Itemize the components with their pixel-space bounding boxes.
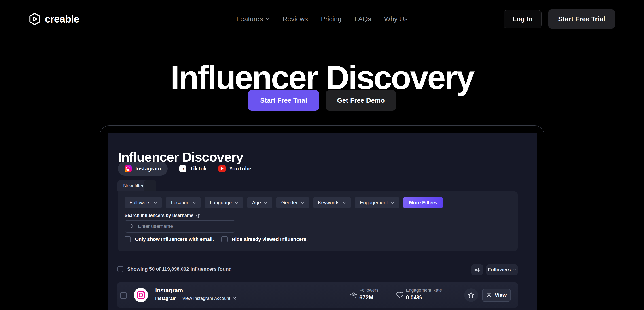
sort-by-dropdown[interactable]: Followers [486, 264, 518, 275]
chevron-down-icon [264, 202, 267, 204]
nav-link-features[interactable]: Features [236, 15, 270, 23]
chevron-down-icon [514, 269, 516, 271]
hero-get-free-demo-button[interactable]: Get Free Demo [326, 90, 396, 111]
sort-direction-button[interactable] [471, 264, 483, 275]
sort-by-value: Followers [488, 267, 511, 273]
view-eye-icon [486, 292, 492, 298]
influencer-username: instagram [155, 296, 177, 301]
filter-followers[interactable]: Followers [124, 197, 162, 208]
brand-logo[interactable]: creable [28, 12, 79, 26]
select-all-checkbox[interactable] [118, 266, 123, 272]
sort-icon [474, 267, 480, 272]
chevron-down-icon [342, 202, 346, 204]
followers-label: Followers [359, 288, 378, 293]
add-filter-tab-button[interactable]: + [144, 180, 156, 192]
app-preview-frame: Influencer Discovery Instagram ♪ TikTok [100, 126, 544, 310]
filter-location[interactable]: Location [166, 197, 201, 208]
favorite-star-button[interactable] [464, 288, 478, 302]
filter-gender[interactable]: Gender [276, 197, 309, 208]
tab-instagram[interactable]: Instagram [118, 162, 168, 176]
influencer-result-row[interactable]: Instagram instagram View Instagram Accou… [117, 282, 518, 308]
chevron-down-icon [301, 202, 304, 204]
hero-cta-group: Start Free Trial Get Free Demo [0, 90, 644, 111]
search-label: Search influencers by username [124, 213, 200, 218]
nav-link-pricing[interactable]: Pricing [321, 15, 342, 23]
viewed-checkbox-label: Hide already viewed Influencers. [232, 236, 308, 242]
nav-link-label: Reviews [283, 15, 308, 23]
results-summary-text: Showing 50 of 119,898,002 Influencers fo… [127, 266, 232, 272]
filter-language[interactable]: Language [205, 197, 243, 208]
tab-tiktok-label: TikTok [190, 166, 207, 172]
filter-label: Location [171, 200, 190, 206]
nav-link-label: Pricing [321, 15, 342, 23]
app-panel: Influencer Discovery Instagram ♪ TikTok [108, 133, 537, 310]
engagement-stat: Engagement Rate 0.04% [406, 288, 442, 301]
top-navigation: creable Features Reviews Pricing FAQs Wh… [0, 0, 644, 38]
more-filters-button[interactable]: More Filters [403, 197, 443, 208]
followers-value: 672M [359, 294, 378, 301]
row-checkbox[interactable] [120, 292, 127, 299]
filter-checkbox-row: Only show Influencers with email. Hide a… [124, 236, 308, 242]
hero-start-free-trial-button[interactable]: Start Free Trial [248, 90, 319, 111]
filter-label: Keywords [318, 200, 340, 206]
filter-chips: Followers Location Language Age [124, 197, 443, 208]
username-search-field[interactable] [124, 220, 236, 232]
view-account-link-label: View Instagram Account [182, 296, 230, 301]
youtube-icon [218, 165, 226, 172]
tab-instagram-label: Instagram [135, 166, 161, 172]
filter-label: Gender [281, 200, 298, 206]
chevron-down-icon [391, 202, 394, 204]
filter-label: Age [252, 200, 261, 206]
nav-link-label: FAQs [354, 15, 371, 23]
filter-age[interactable]: Age [247, 197, 272, 208]
star-icon [468, 292, 474, 298]
platform-tabs: Instagram ♪ TikTok YouTube [118, 162, 251, 176]
view-button[interactable]: View [482, 289, 511, 302]
filter-label: Engagement [360, 200, 388, 206]
info-icon [196, 214, 200, 218]
email-checkbox-label: Only show Influencers with email. [135, 236, 214, 242]
engagement-value: 0.04% [406, 294, 442, 301]
email-checkbox[interactable] [124, 236, 131, 242]
main-nav: Features Reviews Pricing FAQs Why Us [236, 15, 408, 23]
chevron-down-icon [192, 202, 196, 204]
search-input[interactable] [138, 223, 231, 230]
filter-engagement[interactable]: Engagement [355, 197, 399, 208]
heart-icon [396, 292, 404, 298]
top-actions: Log In Start Free Trial [504, 10, 615, 29]
external-link-icon [232, 296, 236, 300]
tab-youtube-label: YouTube [229, 166, 251, 172]
brand-name: creable [45, 13, 79, 25]
page: creable Features Reviews Pricing FAQs Wh… [0, 0, 644, 310]
search-icon [129, 224, 134, 229]
influencer-avatar [134, 288, 148, 302]
view-button-label: View [495, 292, 507, 298]
influencer-subline: instagram View Instagram Account [155, 296, 236, 301]
nav-link-reviews[interactable]: Reviews [283, 15, 308, 23]
nav-start-free-trial-button[interactable]: Start Free Trial [548, 10, 615, 29]
instagram-icon [124, 165, 132, 172]
nav-link-faqs[interactable]: FAQs [354, 15, 371, 23]
followers-icon [350, 291, 358, 299]
chevron-down-icon [154, 202, 157, 204]
tab-youtube[interactable]: YouTube [218, 165, 251, 172]
filter-label: Language [210, 200, 232, 206]
search-label-text: Search influencers by username [124, 213, 194, 218]
login-button[interactable]: Log In [504, 10, 542, 28]
tab-tiktok[interactable]: ♪ TikTok [179, 165, 207, 172]
filter-keywords[interactable]: Keywords [313, 197, 351, 208]
results-summary-row: Showing 50 of 119,898,002 Influencers fo… [118, 266, 232, 272]
nav-link-why-us[interactable]: Why Us [384, 15, 408, 23]
tiktok-icon: ♪ [179, 165, 186, 172]
followers-stat: Followers 672M [359, 288, 378, 301]
view-account-link[interactable]: View Instagram Account [182, 296, 236, 301]
creable-logo-icon [28, 12, 41, 26]
engagement-label: Engagement Rate [406, 288, 442, 293]
viewed-checkbox[interactable] [222, 236, 228, 242]
filter-label: Followers [130, 200, 150, 206]
influencer-name: Instagram [155, 287, 183, 294]
chevron-down-icon [266, 18, 270, 20]
nav-link-label: Features [236, 15, 263, 23]
filter-panel: Followers Location Language Age [118, 192, 518, 251]
checkbox-item-email: Only show Influencers with email. [124, 236, 214, 242]
